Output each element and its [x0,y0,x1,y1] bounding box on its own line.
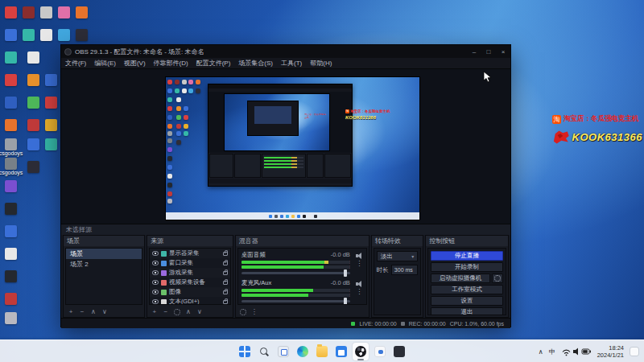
visibility-icon[interactable] [152,251,159,256]
transitions-dock-title[interactable]: 转场特效 [372,236,423,246]
lock-icon[interactable] [223,261,228,265]
scene-item[interactable]: 场景 2 [66,259,142,269]
menu-item[interactable]: 配置文件(P) [192,59,235,68]
volume-slider-handle[interactable] [344,298,347,305]
down-icon[interactable]: ∨ [101,307,108,316]
ime-indicator[interactable]: 中 [549,348,555,356]
visibility-icon[interactable] [152,280,159,285]
volume-meter [242,261,350,264]
captured-taskbar-icon [291,215,295,218]
captured-taskbar [166,212,419,220]
add-icon[interactable]: + [68,307,74,316]
speaker-icon[interactable] [356,253,363,259]
lock-icon[interactable] [223,252,228,256]
source-row[interactable]: 文本(GDI+) [150,297,230,305]
source-row[interactable]: 窗口采集 [150,258,230,268]
stop-streaming-button[interactable]: 停止直播 [431,251,503,261]
menu-item[interactable]: 停靠部件(D) [150,59,192,68]
source-row[interactable]: 显示器采集 [150,249,230,258]
transition-duration-input[interactable]: 300 ms [391,265,418,275]
close-button[interactable]: × [496,45,510,58]
virtualcam-settings-button[interactable] [492,274,503,283]
menu-item[interactable]: 工具(T) [277,59,306,68]
visibility-icon[interactable] [152,299,159,304]
volume-slider[interactable] [242,300,350,302]
system-tray: ∧ 中 18:24 2024/1/21 [539,340,639,362]
sources-dock-title[interactable]: 来源 [147,236,233,246]
lock-icon[interactable] [223,290,228,294]
battery-icon [582,349,591,354]
source-name: 文本(GDI+) [169,298,200,305]
obs-titlebar[interactable]: OBS 29.1.3 - 配置文件: 未命名 - 场景: 未命名 – □ × [61,45,510,58]
channel-menu-icon[interactable]: ⋮ [356,290,362,294]
minimize-button[interactable]: – [467,45,481,58]
remove-icon[interactable]: − [79,307,85,316]
lock-icon[interactable] [223,281,228,285]
menu-item[interactable]: 场景集合(S) [234,59,277,68]
source-row[interactable]: 游戏采集 [150,268,230,278]
volume-slider[interactable] [242,272,350,274]
source-type-icon [161,251,167,257]
menu-item[interactable]: 文件(F) [61,59,90,68]
remove-icon[interactable]: − [163,307,169,316]
channel-menu-icon[interactable]: ⋮ [356,261,362,266]
lock-icon[interactable] [223,271,228,275]
source-list: 显示器采集窗口采集游戏采集视频采集设备图像文本(GDI+) [149,248,231,305]
app-icon-light[interactable] [372,343,388,360]
scenes-dock-title[interactable]: 场景 [64,236,144,246]
source-name: 窗口采集 [169,259,193,267]
properties-icon[interactable] [174,309,180,315]
studio-mode-button[interactable]: 工作室模式 [431,285,503,294]
add-icon[interactable]: + [151,307,158,316]
store-icon[interactable] [333,343,349,360]
edge-icon[interactable] [295,343,311,360]
start-button[interactable] [237,343,253,360]
up-icon[interactable]: ∧ [185,307,192,316]
transition-select[interactable]: 淡出 [377,251,418,261]
clock[interactable]: 18:24 2024/1/21 [597,344,624,360]
visibility-icon[interactable] [152,261,159,265]
properties-icon[interactable] [240,309,246,315]
visibility-icon[interactable] [152,270,159,275]
notification-button[interactable] [630,347,639,356]
up-icon[interactable]: ∧ [90,307,97,316]
menu-icon[interactable]: ⋮ [251,307,258,316]
mixer-toolbar: ⋮ [236,306,369,317]
context-bar: 未选择源 [61,224,510,235]
task-view-button-glyph [278,346,289,357]
obs-window: OBS 29.1.3 - 配置文件: 未命名 - 场景: 未命名 – □ × 文… [60,44,511,327]
mixer-body: 桌面音频-0.0 dB⋮麦克风/Aux-0.0 dB⋮ [237,248,367,305]
mixer-dock-title[interactable]: 混音器 [236,236,369,246]
obs-taskbar-icon[interactable] [353,343,369,360]
search-button[interactable] [256,343,272,360]
menu-item[interactable]: 帮助(H) [306,59,336,68]
app-icon-dark[interactable] [391,343,407,360]
task-view-button[interactable] [275,343,291,360]
start-recording-button[interactable]: 开始录制 [431,262,503,272]
settings-button[interactable]: 设置 [431,296,503,306]
visibility-icon[interactable] [152,290,159,294]
source-row[interactable]: 图像 [150,287,230,297]
volume-slider-handle[interactable] [344,269,347,277]
menu-item[interactable]: 编辑(E) [90,59,120,68]
source-row[interactable]: 视频采集设备 [150,278,230,287]
lock-icon[interactable] [223,300,228,304]
file-explorer-icon[interactable] [314,343,330,360]
mixer-channel-name: 麦克风/Aux [242,279,272,287]
scene-item[interactable]: 场景 [66,249,142,259]
tray-status-icons[interactable] [561,347,592,356]
volume-meter [242,289,350,292]
app-icon-dark-glyph [394,346,405,357]
captured-taskbar-icon [297,215,300,218]
maximize-button[interactable]: □ [481,45,496,58]
start-virtualcam-button[interactable]: 启动虚拟摄像机 [431,274,490,283]
menu-item[interactable]: 视图(V) [120,59,150,68]
tray-expand-icon[interactable]: ∧ [539,348,543,356]
down-icon[interactable]: ∨ [196,307,203,316]
speaker-icon[interactable] [356,281,363,287]
preview-canvas[interactable]: 淘宝店：冬瓜强电竞主机 淘 淘宝店：冬瓜强电竞主机 KOO [166,77,419,220]
source-type-icon [161,290,167,295]
captured-taskbar-icon [280,215,283,218]
controls-dock-title[interactable]: 控制按钮 [426,236,508,246]
exit-button[interactable]: 退出 [431,307,503,315]
